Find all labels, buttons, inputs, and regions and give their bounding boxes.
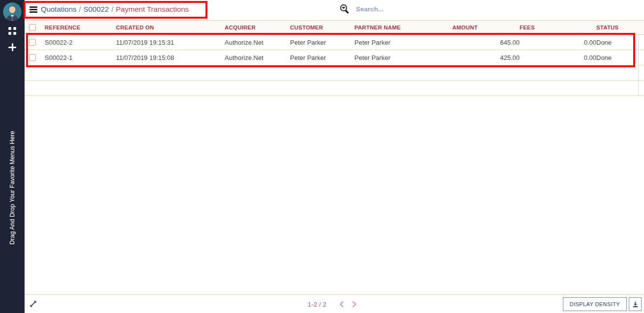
- avatar-image: [3, 2, 22, 21]
- row-checkbox-cell: [25, 50, 45, 65]
- menu-icon[interactable]: [29, 6, 37, 13]
- cell-customer: Peter Parker: [290, 50, 354, 65]
- expand-icon[interactable]: [29, 300, 37, 310]
- search-box: [339, 3, 454, 14]
- download-icon: [632, 301, 639, 308]
- apps-dot: [8, 32, 11, 35]
- strip-cell: [638, 65, 644, 81]
- download-button[interactable]: [629, 297, 642, 311]
- chevron-left-icon[interactable]: [335, 301, 348, 308]
- transactions-table: REFERENCE CREATED ON ACQUIRER CUSTOMER P…: [25, 20, 644, 96]
- col-strip: [638, 21, 644, 35]
- apps-dot: [13, 27, 16, 30]
- table-header-row: REFERENCE CREATED ON ACQUIRER CUSTOMER P…: [25, 21, 644, 35]
- row-checkbox[interactable]: [29, 39, 36, 46]
- breadcrumb-s00022[interactable]: S00022: [84, 5, 109, 13]
- cell-acquirer: Authorize.Net: [225, 35, 290, 50]
- cell-status: Done: [596, 50, 638, 65]
- col-amount[interactable]: AMOUNT: [452, 21, 520, 35]
- cell-reference: S00022-2: [45, 35, 116, 50]
- footer-actions: DISPLAY DENSITY: [563, 297, 642, 311]
- topbar: Quotations/S00022/Payment Transactions: [25, 0, 644, 20]
- apps-dot: [13, 32, 16, 35]
- breadcrumb-separator: /: [77, 5, 84, 13]
- cell-partner-name: Peter Parker: [354, 35, 452, 50]
- empty-row: [25, 65, 644, 81]
- cell-status: Done: [596, 35, 638, 50]
- cell-created-on: 11/07/2019 19:15:31: [116, 35, 225, 50]
- display-density-button[interactable]: DISPLAY DENSITY: [563, 297, 627, 311]
- apps-dot: [8, 27, 11, 30]
- pager: 1-2 / 2: [308, 295, 361, 313]
- cell-created-on: 11/07/2019 19:15:08: [116, 50, 225, 65]
- search-input[interactable]: [356, 5, 454, 13]
- cell-customer: Peter Parker: [290, 35, 354, 50]
- cell-amount: 645.00: [452, 35, 520, 50]
- select-all-checkbox[interactable]: [29, 24, 36, 31]
- cell-partner-name: Peter Parker: [354, 50, 452, 65]
- empty-row: [25, 81, 644, 96]
- col-customer[interactable]: CUSTOMER: [290, 21, 354, 35]
- chevron-right-icon[interactable]: [348, 301, 361, 308]
- strip-cell: [638, 50, 644, 65]
- cell-fees: 0.00: [520, 35, 596, 50]
- col-partner-name[interactable]: PARTNER NAME: [354, 21, 452, 35]
- cell-reference: S00022-1: [45, 50, 116, 65]
- pager-range: 1-2 / 2: [308, 301, 326, 308]
- footer-bar: 1-2 / 2 DISPLAY DENSITY: [25, 294, 644, 313]
- plus-icon[interactable]: [8, 43, 16, 51]
- col-fees[interactable]: FEES: [520, 21, 596, 35]
- user-avatar[interactable]: [3, 2, 22, 21]
- col-created-on[interactable]: CREATED ON: [116, 21, 225, 35]
- select-all-cell: [25, 21, 45, 35]
- breadcrumb-quotations[interactable]: Quotations: [41, 5, 77, 13]
- drag-drop-hint: Drag And Drop Your Favorite Menus Here: [9, 131, 16, 244]
- page: Drag And Drop Your Favorite Menus Here Q…: [0, 0, 644, 313]
- breadcrumb-current: Payment Transactions: [116, 5, 189, 13]
- cell-acquirer: Authorize.Net: [225, 50, 290, 65]
- table-row[interactable]: S00022-2 11/07/2019 19:15:31 Authorize.N…: [25, 35, 644, 50]
- cell-amount: 425.00: [452, 50, 520, 65]
- main-area: Quotations/S00022/Payment Transactions: [25, 0, 644, 313]
- breadcrumb: Quotations/S00022/Payment Transactions: [41, 5, 189, 13]
- search-icon: [339, 3, 350, 14]
- col-status[interactable]: STATUS: [596, 21, 638, 35]
- row-checkbox[interactable]: [29, 54, 36, 61]
- sidebar: Drag And Drop Your Favorite Menus Here: [0, 0, 25, 313]
- row-checkbox-cell: [25, 35, 45, 50]
- col-acquirer[interactable]: ACQUIRER: [225, 21, 290, 35]
- breadcrumb-separator: /: [109, 5, 116, 13]
- apps-menu-icon[interactable]: [8, 27, 16, 35]
- strip-cell: [638, 35, 644, 50]
- cell-fees: 0.00: [520, 50, 596, 65]
- col-reference[interactable]: REFERENCE: [45, 21, 116, 35]
- table-row[interactable]: S00022-1 11/07/2019 19:15:08 Authorize.N…: [25, 50, 644, 65]
- strip-cell: [638, 81, 644, 96]
